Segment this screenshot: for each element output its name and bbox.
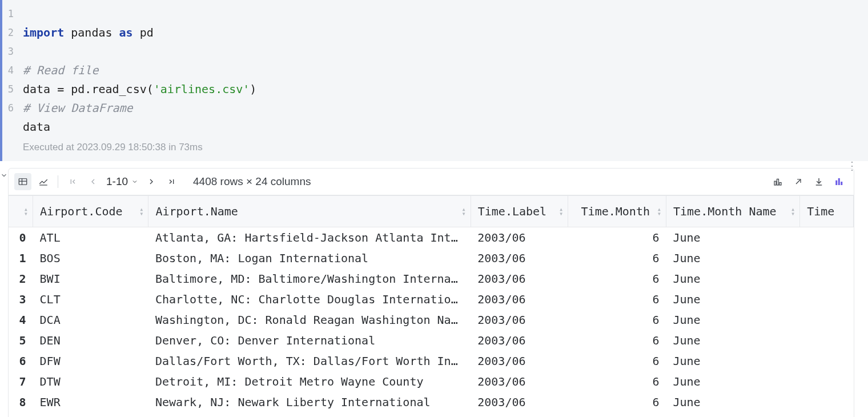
cell-name: Dallas/Fort Worth, TX: Dallas/Fort Worth… bbox=[148, 351, 471, 371]
separator bbox=[58, 175, 58, 188]
dataframe-toolbar: 1-10 4408 rows × 24 columns bbox=[8, 168, 854, 195]
cell-time-month: 6 bbox=[568, 289, 666, 310]
row-index: 5 bbox=[9, 330, 33, 351]
cell-time bbox=[800, 330, 854, 351]
row-index: 0 bbox=[9, 227, 33, 248]
cell-code: BOS bbox=[33, 248, 148, 268]
shape-info: 4408 rows × 24 columns bbox=[193, 175, 311, 188]
prev-page-icon[interactable] bbox=[85, 173, 102, 190]
cell-time-month: 6 bbox=[568, 310, 666, 330]
svg-rect-5 bbox=[774, 181, 776, 185]
column-header-time[interactable]: Time bbox=[800, 196, 854, 227]
cell-time-month: 6 bbox=[568, 412, 666, 417]
cell-code: FLL bbox=[33, 412, 148, 417]
cell-name: Newark, NJ: Newark Liberty International bbox=[148, 392, 471, 412]
cell-code: DTW bbox=[33, 371, 148, 392]
chart-view-icon[interactable] bbox=[35, 173, 52, 190]
svg-rect-0 bbox=[19, 179, 27, 185]
cell-time bbox=[800, 289, 854, 310]
cell-code: ATL bbox=[33, 227, 148, 248]
cell-name: Washington, DC: Ronald Reagan Washington… bbox=[148, 310, 471, 330]
table-row[interactable]: 1BOSBoston, MA: Logan International2003/… bbox=[9, 248, 854, 268]
cell-time-month-name: June bbox=[666, 268, 799, 289]
row-index: 6 bbox=[9, 351, 33, 371]
column-header-time-month[interactable]: Time.Month▴▾ bbox=[568, 196, 666, 227]
cell-time-month-name: June bbox=[666, 227, 799, 248]
cell-time-month: 6 bbox=[568, 351, 666, 371]
cell-time-month-name: June bbox=[666, 330, 799, 351]
svg-rect-10 bbox=[835, 181, 837, 185]
cell-time-label: 2003/06 bbox=[471, 330, 568, 351]
row-index: 4 bbox=[9, 310, 33, 330]
cell-time-month: 6 bbox=[568, 371, 666, 392]
cell-time-label: 2003/06 bbox=[471, 227, 568, 248]
cell-time-label: 2003/06 bbox=[471, 351, 568, 371]
cell-name: Fort Lauderdale, FL: Fort Lauderdale-Hol… bbox=[148, 412, 471, 417]
column-header-time-label[interactable]: Time.Label▴▾ bbox=[471, 196, 568, 227]
cell-name: Denver, CO: Denver International bbox=[148, 330, 471, 351]
cell-time bbox=[800, 227, 854, 248]
cell-time-label: 2003/06 bbox=[471, 371, 568, 392]
cell-time-month: 6 bbox=[568, 330, 666, 351]
download-icon[interactable] bbox=[810, 173, 827, 190]
open-external-icon[interactable] bbox=[790, 173, 807, 190]
dataframe-table[interactable]: ▴▾ Airport.Code▴▾ Airport.Name▴▾ Time.La… bbox=[8, 195, 854, 417]
row-index: 2 bbox=[9, 268, 33, 289]
table-row[interactable]: 7DTWDetroit, MI: Detroit Metro Wayne Cou… bbox=[9, 371, 854, 392]
code-cell[interactable]: 1 2 3 4 5 6 import pandas as pd # Read f… bbox=[0, 0, 868, 161]
table-row[interactable]: 3CLTCharlotte, NC: Charlotte Douglas Int… bbox=[9, 289, 854, 310]
line-number-gutter: 1 2 3 4 5 6 bbox=[2, 2, 18, 157]
table-row[interactable]: 6DFWDallas/Fort Worth, TX: Dallas/Fort W… bbox=[9, 351, 854, 371]
cell-time-month-name: June bbox=[666, 351, 799, 371]
cell-code: EWR bbox=[33, 392, 148, 412]
visualize-icon[interactable] bbox=[831, 173, 848, 190]
cell-name: Detroit, MI: Detroit Metro Wayne County bbox=[148, 371, 471, 392]
column-header-time-month-name[interactable]: Time.Month Name▴▾ bbox=[666, 196, 799, 227]
cell-time-label: 2003/06 bbox=[471, 392, 568, 412]
svg-rect-6 bbox=[777, 179, 779, 186]
cell-time bbox=[800, 310, 854, 330]
table-view-icon[interactable] bbox=[14, 173, 31, 190]
first-page-icon[interactable] bbox=[64, 173, 81, 190]
output-area: 1-10 4408 rows × 24 columns bbox=[0, 168, 868, 417]
row-index: 3 bbox=[9, 289, 33, 310]
row-index: 7 bbox=[9, 371, 33, 392]
cell-time-month-name: June bbox=[666, 392, 799, 412]
table-row[interactable]: 0ATLAtlanta, GA: Hartsfield-Jackson Atla… bbox=[9, 227, 854, 248]
row-index: 8 bbox=[9, 392, 33, 412]
cell-time-label: 2003/06 bbox=[471, 268, 568, 289]
table-row[interactable]: 2BWIBaltimore, MD: Baltimore/Washington … bbox=[9, 268, 854, 289]
cell-time-month: 6 bbox=[568, 268, 666, 289]
cell-code: BWI bbox=[33, 268, 148, 289]
chevron-down-icon[interactable] bbox=[0, 171, 8, 417]
table-row[interactable]: 5DENDenver, CO: Denver International2003… bbox=[9, 330, 854, 351]
cell-time bbox=[800, 371, 854, 392]
row-index: 9 bbox=[9, 412, 33, 417]
column-header-code[interactable]: Airport.Code▴▾ bbox=[33, 196, 148, 227]
svg-line-8 bbox=[796, 179, 801, 184]
column-header-name[interactable]: Airport.Name▴▾ bbox=[148, 196, 471, 227]
next-page-icon[interactable] bbox=[143, 173, 160, 190]
last-page-icon[interactable] bbox=[163, 173, 180, 190]
table-row[interactable]: 8EWRNewark, NJ: Newark Liberty Internati… bbox=[9, 392, 854, 412]
cell-time-label: 2003/06 bbox=[471, 310, 568, 330]
code-editor[interactable]: import pandas as pd # Read file data = p… bbox=[18, 2, 868, 157]
cell-name: Boston, MA: Logan International bbox=[148, 248, 471, 268]
more-options-icon[interactable]: ⋮ bbox=[846, 159, 858, 173]
cell-time-label: 2003/06 bbox=[471, 248, 568, 268]
table-header-row: ▴▾ Airport.Code▴▾ Airport.Name▴▾ Time.La… bbox=[9, 196, 854, 227]
cell-time-month: 6 bbox=[568, 227, 666, 248]
cell-time bbox=[800, 268, 854, 289]
table-row[interactable]: 4DCAWashington, DC: Ronald Reagan Washin… bbox=[9, 310, 854, 330]
table-row[interactable]: 9FLLFort Lauderdale, FL: Fort Lauderdale… bbox=[9, 412, 854, 417]
cell-time bbox=[800, 392, 854, 412]
column-stats-icon[interactable] bbox=[769, 173, 786, 190]
page-range[interactable]: 1-10 bbox=[105, 175, 139, 188]
cell-time-month-name: June bbox=[666, 248, 799, 268]
cell-time-month-name: June bbox=[666, 310, 799, 330]
cell-time bbox=[800, 248, 854, 268]
cell-time-month-name: June bbox=[666, 371, 799, 392]
index-header[interactable]: ▴▾ bbox=[9, 196, 33, 227]
cell-code: DCA bbox=[33, 310, 148, 330]
cell-name: Atlanta, GA: Hartsfield-Jackson Atlanta … bbox=[148, 227, 471, 248]
